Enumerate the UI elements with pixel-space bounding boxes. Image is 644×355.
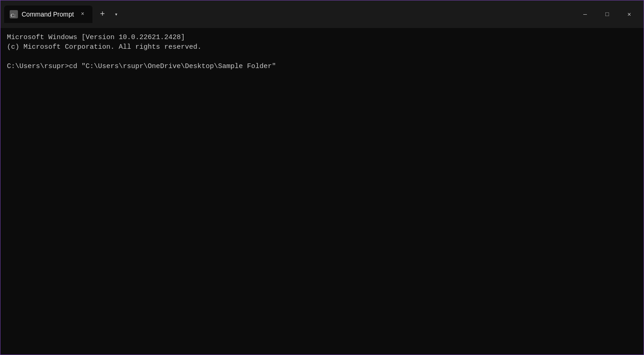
terminal-line-4: C:\Users\rsupr>cd "C:\Users\rsupr\OneDri… bbox=[7, 62, 637, 71]
window-controls: — □ ✕ bbox=[575, 6, 640, 23]
terminal-body[interactable]: Microsoft Windows [Version 10.0.22621.24… bbox=[0, 28, 644, 355]
titlebar: C: Command Prompt × + ▾ — □ ✕ bbox=[0, 0, 644, 28]
minimize-button[interactable]: — bbox=[575, 6, 596, 23]
tab-dropdown-button[interactable]: ▾ bbox=[110, 8, 123, 21]
close-button[interactable]: ✕ bbox=[619, 6, 640, 23]
terminal-blank-line bbox=[7, 52, 637, 62]
command-prompt-tab[interactable]: C: Command Prompt × bbox=[4, 6, 92, 23]
terminal-line-2: (c) Microsoft Corporation. All rights re… bbox=[7, 42, 637, 52]
tab-title: Command Prompt bbox=[22, 11, 74, 18]
new-tab-button[interactable]: + bbox=[95, 7, 110, 22]
tab-area: C: Command Prompt × + ▾ bbox=[4, 0, 575, 28]
terminal-line-1: Microsoft Windows [Version 10.0.22621.24… bbox=[7, 33, 637, 42]
maximize-button[interactable]: □ bbox=[597, 6, 618, 23]
terminal-icon: C: bbox=[10, 10, 18, 18]
svg-text:C:: C: bbox=[11, 12, 16, 18]
terminal-window: C: Command Prompt × + ▾ — □ ✕ Microsoft … bbox=[0, 0, 644, 355]
tab-close-button[interactable]: × bbox=[79, 10, 87, 18]
